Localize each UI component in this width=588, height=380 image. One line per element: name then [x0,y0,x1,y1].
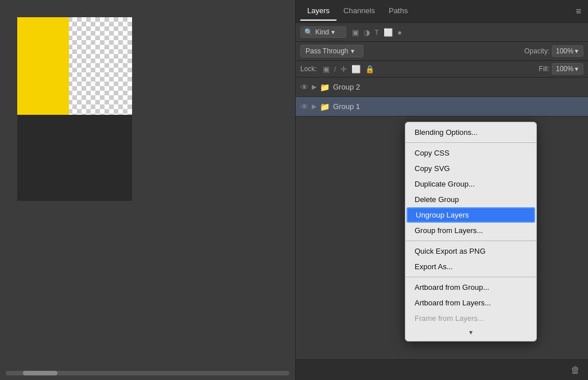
filter-row: 🔍 Kind ▾ ▣ ◑ T ⬜ ● [296,23,588,42]
canvas-area [0,0,295,380]
layer-name-group2: Group 2 [333,83,360,91]
tab-channels[interactable]: Channels [336,2,382,21]
fill-arrow: ▾ [575,65,578,73]
opacity-label: Opacity: [524,47,550,55]
canvas-scrollbar-thumb[interactable] [23,371,57,375]
context-menu-export-as[interactable]: Export As... [405,259,536,274]
blend-mode-dropdown[interactable]: Pass Through ▾ [300,45,363,57]
lock-icons: ▣ / ✛ ⬜ 🔒 [323,65,375,73]
lock-brush-icon[interactable]: / [334,65,336,73]
context-menu-copy-css[interactable]: Copy CSS [405,145,536,161]
context-menu-frame-from-layers: Frame from Layers... [405,311,536,326]
blend-mode-value: Pass Through [305,47,349,55]
context-menu-ungroup-layers[interactable]: Ungroup Layers [407,207,535,223]
blend-mode-arrow: ▾ [351,47,354,55]
context-menu-separator [405,142,536,143]
canvas-scrollbar[interactable] [6,371,289,375]
context-menu-artboard-from-layers[interactable]: Artboard from Layers... [405,295,536,311]
dark-rectangle [17,115,132,201]
lock-all-icon[interactable]: 🔒 [365,65,374,73]
lock-artboard-icon[interactable]: ⬜ [351,65,361,73]
filter-kind-label: Kind [315,28,329,36]
folder-icon-group1: 📁 [320,102,330,111]
visibility-icon-group1[interactable]: 👁 [300,102,308,111]
opacity-input[interactable]: 100% ▾ [552,45,583,57]
tab-layers[interactable]: Layers [300,2,336,21]
lock-pixels-icon[interactable]: ▣ [323,65,330,73]
fill-input[interactable]: 100% ▾ [552,63,583,75]
delete-layer-icon[interactable]: 🗑 [568,363,582,378]
panel-menu-icon[interactable]: ≡ [574,4,583,19]
expand-arrow-group2[interactable]: ▶ [312,83,316,91]
visibility-icon-group2[interactable]: 👁 [300,83,308,92]
canvas-document [17,17,132,201]
layer-row[interactable]: 👁 ▶ 📁 Group 2 [296,77,588,97]
opacity-group: Opacity: 100% ▾ [524,45,583,57]
adjustment-filter-icon[interactable]: ◑ [363,28,370,37]
filter-dropdown-arrow: ▾ [331,28,335,36]
lock-row: Lock: ▣ / ✛ ⬜ 🔒 Fill: 100% ▾ [296,61,588,77]
filter-icons: ▣ ◑ T ⬜ ● [352,28,402,37]
context-menu-duplicate-group[interactable]: Duplicate Group... [405,176,536,192]
filter-kind-dropdown[interactable]: 🔍 Kind ▾ [300,26,346,38]
lock-label: Lock: [300,65,317,73]
tab-paths[interactable]: Paths [382,2,415,21]
opacity-value: 100% [556,47,574,55]
context-menu-artboard-from-group[interactable]: Artboard from Group... [405,280,536,295]
context-menu-scroll-arrow[interactable]: ▾ [405,326,536,339]
shape-filter-icon[interactable]: ⬜ [384,28,393,37]
panel-bottom: 🗑 [296,359,588,380]
layer-name-group1: Group 1 [333,102,360,111]
right-panel: Layers Channels Paths ≡ 🔍 Kind ▾ ▣ ◑ T ⬜… [295,0,588,380]
fill-value: 100% [556,65,574,73]
fill-label: Fill: [539,65,550,73]
folder-icon-group2: 📁 [320,83,330,92]
smart-filter-icon[interactable]: ● [397,28,402,37]
context-menu: Blending Options... Copy CSS Copy SVG Du… [405,122,537,342]
layer-row[interactable]: 👁 ▶ 📁 Group 1 [296,97,588,117]
context-menu-copy-svg[interactable]: Copy SVG [405,161,536,176]
context-menu-delete-group[interactable]: Delete Group [405,192,536,207]
panel-tabs: Layers Channels Paths ≡ [296,0,588,23]
expand-arrow-group1[interactable]: ▶ [312,103,316,110]
lock-move-icon[interactable]: ✛ [341,65,347,73]
search-icon: 🔍 [304,28,313,36]
fill-group: Fill: 100% ▾ [539,63,583,75]
pixel-filter-icon[interactable]: ▣ [352,28,359,37]
blend-row: Pass Through ▾ Opacity: 100% ▾ [296,42,588,61]
opacity-arrow: ▾ [575,47,578,55]
context-menu-blending-options[interactable]: Blending Options... [405,125,536,140]
context-menu-separator-2 [405,241,536,241]
layers-content: 🔍 Kind ▾ ▣ ◑ T ⬜ ● Pass Through ▾ Opacit… [296,23,588,359]
context-menu-separator-3 [405,277,536,277]
context-menu-group-from-layers[interactable]: Group from Layers... [405,223,536,238]
context-menu-quick-export[interactable]: Quick Export as PNG [405,243,536,259]
type-filter-icon[interactable]: T [374,28,379,37]
